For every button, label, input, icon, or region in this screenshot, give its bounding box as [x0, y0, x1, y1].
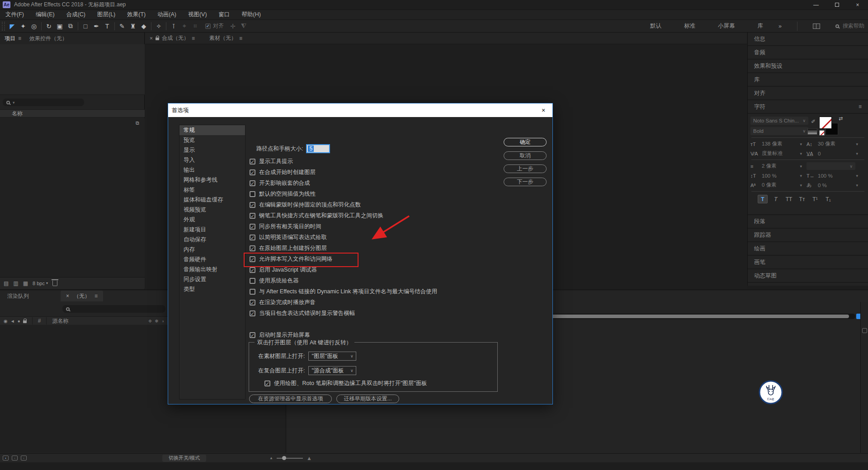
trash-icon[interactable] — [52, 281, 57, 286]
folder-icon[interactable]: ▥ — [13, 280, 18, 287]
axis-mode-world-icon[interactable]: ⌗ — [190, 21, 201, 31]
faux-style-3[interactable]: Tᴛ — [797, 195, 807, 203]
eraser-tool-icon[interactable]: ◆ — [138, 21, 149, 31]
panel-grid-icon[interactable]: ▤ — [4, 280, 9, 287]
hand-tool-icon[interactable]: ✦ — [18, 21, 28, 31]
pref-checkbox-row-2[interactable]: 开关影响嵌套的合成 — [250, 178, 437, 188]
faux-style-1[interactable]: T — [771, 195, 781, 203]
clone-stamp-tool-icon[interactable]: ♜ — [127, 21, 138, 31]
toolbar-grip[interactable] — [2, 22, 5, 31]
motion-blur-toggle-icon[interactable]: ⧨ — [238, 21, 249, 31]
mask-feather-tool-icon[interactable]: ✛ — [227, 21, 238, 31]
tab-effect-controls[interactable]: 效果控件（无） — [29, 35, 67, 42]
prefs-category-3[interactable]: 导入 — [179, 155, 245, 165]
search-help[interactable]: 搜索帮助 — [835, 22, 864, 30]
kerning-field[interactable]: V⁄A度量标准▾ — [750, 150, 807, 157]
pref-checkbox-row-3[interactable]: 默认的空间插值为线性 — [250, 188, 437, 199]
prefs-category-5[interactable]: 网格和参考线 — [179, 175, 245, 185]
menu-item-7[interactable]: 窗口 — [219, 11, 230, 19]
minimize-button[interactable]: — — [806, 0, 826, 9]
panel-menu-icon[interactable]: ≡ — [18, 35, 21, 42]
zoom-tool-icon[interactable]: ◎ — [28, 21, 39, 31]
prefs-category-9[interactable]: 外观 — [179, 215, 245, 225]
snap-toggle[interactable]: ✓ 对齐 — [205, 22, 224, 30]
menu-item-0[interactable]: 文件(F) — [5, 11, 24, 19]
close-button[interactable]: × — [847, 0, 868, 9]
horizontal-scale-field[interactable]: T↔100 %▾ — [807, 173, 863, 179]
video-visibility-icon[interactable]: ◉ — [4, 319, 8, 324]
menu-item-2[interactable]: 合成(C) — [66, 11, 85, 19]
panel-header-top-1[interactable]: 音频 — [748, 46, 868, 60]
roto-brush-tool-icon[interactable]: ✧ — [153, 21, 164, 31]
prefs-category-8[interactable]: 视频预览 — [179, 205, 245, 215]
font-style-select[interactable]: Bold∨ — [750, 127, 808, 135]
workspace-1[interactable]: 标准 — [684, 22, 695, 30]
prefs-category-4[interactable]: 输出 — [179, 165, 245, 175]
prefs-category-1[interactable]: 预览 — [179, 135, 245, 145]
prefs-category-10[interactable]: 新建项目 — [179, 225, 245, 235]
project-name-column-header[interactable]: 名称 — [0, 109, 145, 118]
ok-button[interactable]: 确定 — [504, 138, 547, 146]
leading-field[interactable]: A↕30 像素▾ — [807, 141, 863, 147]
expand-time-controls-icon[interactable]: ▫ — [21, 456, 27, 461]
no-fill-swatch[interactable] — [819, 130, 825, 136]
pan-behind-tool-icon[interactable]: ⧉ — [65, 21, 76, 31]
pref-checkbox-row-4[interactable]: 在编辑蒙版时保持固定的顶点和羽化点数 — [250, 199, 437, 210]
footage-layer-open-select[interactable]: "图层"面板∨ — [308, 352, 356, 361]
path-size-input[interactable]: 5 — [306, 144, 330, 153]
close-tab-icon[interactable]: × — [150, 35, 153, 42]
color-depth-button[interactable]: 8 bpc▾ — [33, 281, 48, 286]
prefs-category-11[interactable]: 自动保存 — [179, 235, 245, 244]
font-family-select[interactable]: Noto Sans S Chin...∨ — [750, 117, 808, 125]
panel-header-bottom-4[interactable]: 动态草图 — [748, 269, 868, 283]
migrate-settings-button[interactable]: 迁移早期版本设置... — [336, 395, 399, 403]
faux-style-2[interactable]: TT — [784, 195, 794, 203]
tab-render-queue[interactable]: 渲染队列 — [7, 292, 29, 300]
close-tab-icon[interactable]: × — [66, 293, 69, 299]
dialog-close-icon[interactable]: × — [539, 107, 548, 114]
panel-header-top-2[interactable]: 效果和预设 — [748, 60, 868, 73]
menu-item-4[interactable]: 效果(T) — [127, 11, 146, 19]
timeline-zoom-slider[interactable]: ▲ ▲ — [269, 455, 312, 461]
maximize-button[interactable] — [826, 0, 847, 9]
prefs-category-12[interactable]: 内存 — [179, 244, 245, 254]
lock-icon[interactable] — [23, 320, 27, 323]
roto-doubleclick-checkbox-row[interactable]: 使用绘图、Roto 笔刷和调整边缘工具双击时将打开"图层"面板 — [264, 380, 427, 387]
tab-project[interactable]: 项目 ≡ — [5, 35, 21, 42]
tracking-field[interactable]: V̲A̲0▾ — [807, 151, 863, 156]
panel-header-top-0[interactable]: 信息 — [748, 33, 868, 46]
pref-checkbox-row-12[interactable]: 与 After Effects 链接的 Dynamic Link 将项目文件名与… — [250, 286, 437, 297]
comp-layer-open-select[interactable]: "源合成"面板∨ — [308, 366, 356, 375]
next-button[interactable]: 下一步 — [504, 178, 547, 186]
pref-checkbox-row-0[interactable]: 显示工具提示 — [250, 156, 437, 167]
panel-header-bottom-3[interactable]: 画笔 — [748, 256, 868, 269]
prefs-category-2[interactable]: 显示 — [179, 145, 245, 155]
selection-tool-icon[interactable]: ◤ — [7, 21, 18, 31]
solo-icon[interactable]: ● — [18, 319, 20, 324]
stroke-style-select[interactable]: ∨ — [807, 162, 855, 170]
prefs-category-6[interactable]: 标签 — [179, 185, 245, 195]
baseline-shift-field[interactable]: Aª0 像素▾ — [750, 182, 807, 188]
zoom-knob[interactable] — [282, 456, 286, 460]
rotation-tool-icon[interactable]: ↻ — [43, 21, 54, 31]
shy-icon[interactable]: ❖ — [148, 319, 152, 324]
project-search-input[interactable]: ▾ — [3, 99, 84, 106]
axis-mode-local-icon[interactable]: ⌖ — [179, 21, 190, 31]
panel-header-bottom-1[interactable]: 跟踪器 — [748, 229, 868, 242]
workspace-0[interactable]: 默认 — [650, 22, 661, 30]
panel-menu-icon[interactable]: ≡ — [94, 293, 98, 299]
show-prefs-in-explorer-button[interactable]: 在资源管理器中显示首选项 — [249, 395, 332, 403]
menu-item-3[interactable]: 图层(L) — [97, 11, 115, 19]
workspace-grid-icon[interactable] — [813, 24, 820, 29]
timeline-search-input[interactable] — [62, 305, 165, 313]
prefs-category-16[interactable]: 类型 — [179, 284, 245, 294]
brush-tool-icon[interactable]: ✎ — [117, 21, 127, 31]
workspace-3[interactable]: 库 — [758, 22, 764, 30]
shape-tool-icon[interactable]: □ — [80, 21, 91, 31]
workspace-2[interactable]: 小屏幕 — [718, 22, 735, 30]
tsume-field[interactable]: あ0 %▾ — [807, 182, 863, 188]
gradient-swatch[interactable] — [807, 128, 817, 135]
tab-composition[interactable]: × 合成（无） ≡ — [150, 34, 195, 42]
tab-timeline-none[interactable]: × （无） ≡ — [61, 291, 103, 301]
quality-icon[interactable]: ◑ — [161, 319, 164, 324]
